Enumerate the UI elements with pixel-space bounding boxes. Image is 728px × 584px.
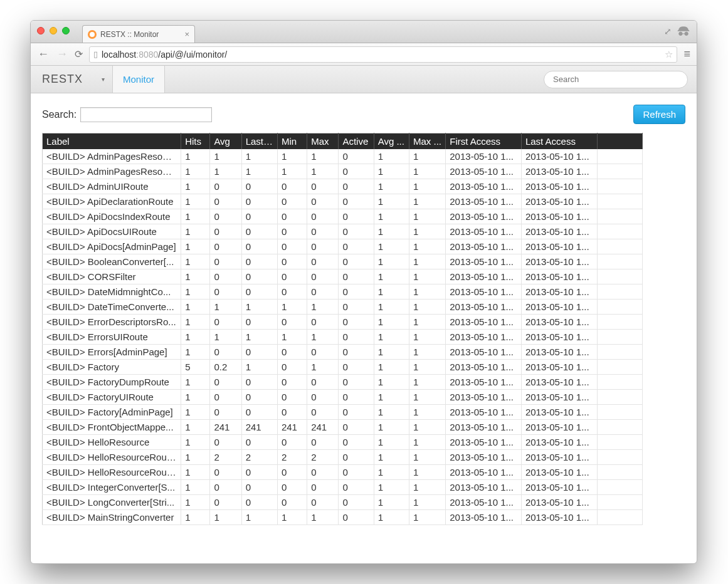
header-search-input[interactable]: [544, 71, 688, 88]
cell-active: 0: [339, 300, 374, 315]
table-row[interactable]: <BUILD> ApiDeclarationRoute100000112013-…: [43, 194, 643, 209]
table-row[interactable]: <BUILD> AdminPagesResource111110112013-0…: [43, 149, 643, 164]
cell-avga: 1: [374, 450, 409, 465]
table-row[interactable]: <BUILD> FactoryUIRoute100000112013-05-10…: [43, 390, 643, 405]
table-row[interactable]: <BUILD> CORSFilter100000112013-05-10 1..…: [43, 269, 643, 284]
table-row[interactable]: <BUILD> DateMidmnightCo...100000112013-0…: [43, 284, 643, 300]
cell-last: 0: [241, 224, 277, 239]
column-header[interactable]: Active: [339, 133, 374, 150]
forward-icon[interactable]: →: [56, 48, 68, 61]
table-row[interactable]: <BUILD> Factory[AdminPage]100000112013-0…: [43, 405, 643, 420]
cell-first: 2013-05-10 1...: [446, 194, 522, 209]
close-window-icon[interactable]: [37, 27, 45, 34]
column-header[interactable]: Avg: [210, 133, 241, 150]
table-row[interactable]: <BUILD> AdminPagesResour...111110112013-…: [43, 164, 643, 179]
favicon-icon: [88, 30, 97, 39]
cell-empty: [597, 149, 642, 164]
table-row[interactable]: <BUILD> IntegerConverter[S...10000011201…: [43, 480, 643, 495]
cell-lastacc: 2013-05-10 1...: [521, 360, 597, 375]
table-row[interactable]: <BUILD> Errors[AdminPage]100000112013-05…: [43, 345, 643, 360]
column-header[interactable]: Last ...: [241, 133, 277, 150]
cell-avg: 0: [210, 495, 241, 510]
table-row[interactable]: <BUILD> MainStringConverter111110112013-…: [43, 510, 643, 525]
close-tab-icon[interactable]: ×: [184, 29, 189, 39]
cell-hits: 1: [181, 345, 210, 360]
column-header[interactable]: Max ...: [409, 133, 445, 150]
table-row[interactable]: <BUILD> ApiDocs[AdminPage]100000112013-0…: [43, 239, 643, 254]
cell-last: 1: [241, 300, 277, 315]
column-header[interactable]: Avg ...: [374, 133, 409, 150]
column-header[interactable]: [597, 133, 642, 150]
table-row[interactable]: <BUILD> HelloResourceRout...100000112013…: [43, 465, 643, 480]
column-header[interactable]: Label: [43, 133, 181, 150]
menu-icon[interactable]: ≡: [683, 48, 690, 61]
cell-last: 1: [241, 330, 277, 345]
cell-label: <BUILD> Factory: [43, 360, 181, 375]
cell-hits: 1: [181, 315, 210, 330]
cell-max: 0: [307, 465, 339, 480]
cell-empty: [597, 300, 642, 315]
cell-maxa: 1: [409, 345, 445, 360]
table-row[interactable]: <BUILD> AdminUIRoute100000112013-05-10 1…: [43, 179, 643, 194]
cell-first: 2013-05-10 1...: [446, 480, 522, 495]
cell-maxa: 1: [409, 330, 445, 345]
brand-title[interactable]: RESTX: [31, 66, 94, 93]
cell-first: 2013-05-10 1...: [446, 345, 522, 360]
table-row[interactable]: <BUILD> LongConverter[Stri...10000011201…: [43, 495, 643, 510]
table-row[interactable]: <BUILD> ApiDocsIndexRoute100000112013-05…: [43, 209, 643, 224]
cell-first: 2013-05-10 1...: [446, 390, 522, 405]
cell-max: 1: [307, 510, 339, 525]
cell-min: 0: [277, 405, 307, 420]
cell-avg: 0: [210, 375, 241, 390]
cell-lastacc: 2013-05-10 1...: [521, 194, 597, 209]
page-icon: ▯: [93, 50, 98, 59]
refresh-button[interactable]: Refresh: [633, 105, 685, 124]
cell-first: 2013-05-10 1...: [446, 375, 522, 390]
cell-avga: 1: [374, 194, 409, 209]
cell-hits: 1: [181, 405, 210, 420]
minimize-window-icon[interactable]: [50, 27, 57, 34]
cell-label: <BUILD> CORSFilter: [43, 269, 181, 284]
bookmark-star-icon[interactable]: ☆: [665, 49, 673, 60]
table-row[interactable]: <BUILD> HelloResourceRouter122220112013-…: [43, 450, 643, 465]
table-row[interactable]: <BUILD> Factory50.21010112013-05-10 1...…: [43, 360, 643, 375]
nav-monitor[interactable]: Monitor: [113, 66, 165, 93]
cell-max: 0: [307, 390, 339, 405]
browser-tab[interactable]: RESTX :: Monitor ×: [82, 25, 195, 43]
column-header[interactable]: Min: [277, 133, 307, 150]
cell-lastacc: 2013-05-10 1...: [521, 345, 597, 360]
column-header[interactable]: First Access: [446, 133, 522, 150]
cell-hits: 1: [181, 269, 210, 284]
back-icon[interactable]: ←: [37, 48, 50, 61]
cell-active: 0: [339, 164, 374, 179]
fullscreen-icon[interactable]: ⤢: [664, 26, 672, 36]
address-bar[interactable]: ▯ localhost:8080/api/@/ui/monitor/ ☆: [89, 46, 677, 63]
cell-max: 1: [307, 149, 339, 164]
cell-max: 2: [307, 450, 339, 465]
cell-max: 0: [307, 315, 339, 330]
maximize-window-icon[interactable]: [62, 27, 70, 34]
cell-avg: 2: [210, 450, 241, 465]
cell-min: 0: [277, 194, 307, 209]
column-header[interactable]: Hits: [181, 133, 210, 150]
cell-label: <BUILD> BooleanConverter[...: [43, 254, 181, 269]
column-header[interactable]: Max: [307, 133, 339, 150]
table-row[interactable]: <BUILD> HelloResource100000112013-05-10 …: [43, 435, 643, 450]
cell-maxa: 1: [409, 420, 445, 435]
table-row[interactable]: <BUILD> FrontObjectMappe...1241241241241…: [43, 420, 643, 435]
brand-dropdown[interactable]: ▾: [94, 66, 113, 93]
table-search-input[interactable]: [80, 107, 212, 122]
table-row[interactable]: <BUILD> ApiDocsUIRoute100000112013-05-10…: [43, 224, 643, 239]
cell-avga: 1: [374, 390, 409, 405]
column-header[interactable]: Last Access: [521, 133, 597, 150]
table-row[interactable]: <BUILD> DateTimeConverte...111110112013-…: [43, 300, 643, 315]
table-row[interactable]: <BUILD> BooleanConverter[...100000112013…: [43, 254, 643, 269]
cell-label: <BUILD> Factory[AdminPage]: [43, 405, 181, 420]
table-row[interactable]: <BUILD> ErrorsUIRoute111110112013-05-10 …: [43, 330, 643, 345]
cell-avga: 1: [374, 510, 409, 525]
reload-icon[interactable]: ⟳: [75, 48, 83, 60]
cell-min: 1: [277, 330, 307, 345]
cell-hits: 1: [181, 435, 210, 450]
table-row[interactable]: <BUILD> ErrorDescriptorsRo...10000011201…: [43, 315, 643, 330]
table-row[interactable]: <BUILD> FactoryDumpRoute100000112013-05-…: [43, 375, 643, 390]
